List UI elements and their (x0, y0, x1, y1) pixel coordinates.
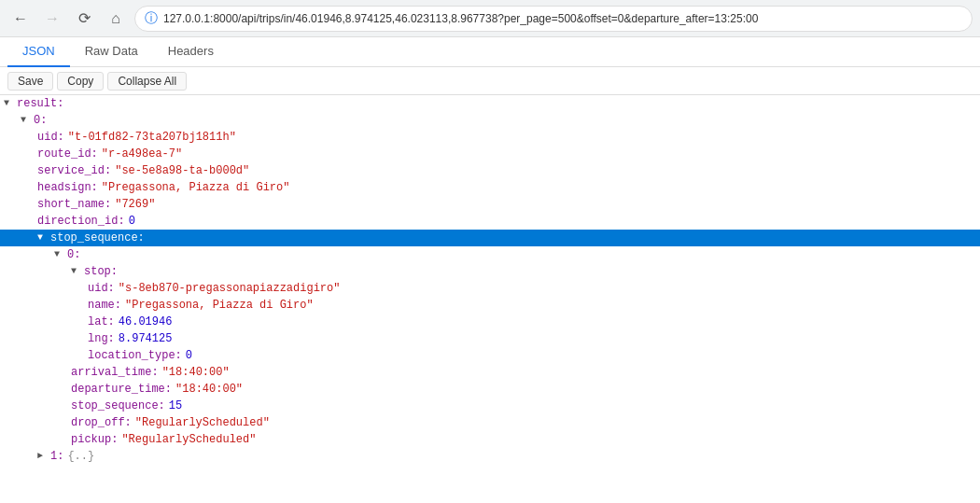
service-id-row: service_id: "se-5e8a98-ta-b000d" (0, 162, 980, 179)
stop-sequence-sub-key: stop_sequence: (71, 398, 165, 414)
home-button[interactable]: ⌂ (103, 6, 129, 32)
stop-sequence-sub-val: 15 (169, 398, 182, 414)
sub-index0-label: 0: (67, 246, 80, 263)
tab-headers[interactable]: Headers (153, 37, 229, 67)
json-toolbar: Save Copy Collapse All (0, 67, 980, 95)
departure-time-row: departure_time: "18:40:00" (0, 381, 980, 398)
tab-bar: JSON Raw Data Headers (0, 37, 980, 67)
stop-name-key: name: (88, 297, 121, 314)
stop-collapse-icon[interactable]: ▼ (71, 263, 84, 280)
stop-lng-key: lng: (88, 330, 115, 347)
departure-time-val: "18:40:00" (175, 381, 243, 398)
stop-sequence-sub-row: stop_sequence: 15 (0, 398, 980, 414)
short-name-row: short_name: "7269" (0, 196, 980, 213)
refresh-button[interactable]: ⟳ (71, 6, 97, 32)
stop-name-row: name: "Pregassona, Piazza di Giro" (0, 297, 980, 314)
route-id-key: route_id: (37, 146, 98, 162)
save-button[interactable]: Save (7, 72, 53, 91)
address-bar[interactable]: ⓘ 127.0.0.1:8000/api/trips/in/46.01946,8… (134, 6, 973, 32)
index0-collapse-icon[interactable]: ▼ (21, 112, 34, 129)
stop-row: ▼ stop: (0, 263, 980, 280)
collapse-all-button[interactable]: Collapse All (107, 72, 187, 91)
route-id-val: "r-a498ea-7" (102, 146, 182, 162)
headsign-val: "Pregassona, Piazza di Giro" (102, 179, 290, 196)
drop-off-val: "RegularlyScheduled" (135, 414, 270, 431)
stop-name-val: "Pregassona, Piazza di Giro" (125, 297, 314, 314)
arrival-time-val: "18:40:00" (162, 364, 230, 381)
direction-id-key: direction_id: (37, 213, 125, 230)
stop-lng-val: 8.974125 (119, 330, 173, 347)
back-button[interactable]: ← (7, 6, 34, 32)
result-row: ▼ result: (0, 95, 980, 112)
index1-row: ► 1: {..} (0, 448, 980, 465)
browser-toolbar: ← → ⟳ ⌂ ⓘ 127.0.0.1:8000/api/trips/in/46… (0, 0, 980, 37)
result-key: result: (17, 95, 63, 112)
stop-sequence-key: stop_sequence: (50, 230, 145, 246)
arrival-time-row: arrival_time: "18:40:00" (0, 364, 980, 381)
pickup-val: "RegularlyScheduled" (121, 431, 256, 448)
stop-key: stop: (84, 263, 118, 280)
stop-lng-row: lng: 8.974125 (0, 330, 980, 347)
uid-row: uid: "t-01fd82-73ta207bj1811h" (0, 129, 980, 146)
direction-id-row: direction_id: 0 (0, 213, 980, 230)
arrival-time-key: arrival_time: (71, 364, 159, 381)
info-icon: ⓘ (145, 10, 158, 27)
index0-row: ▼ 0: (0, 112, 980, 129)
index1-label: 1: (50, 448, 63, 465)
stop-uid-row: uid: "s-8eb870-pregassonapiazzadigiro" (0, 280, 980, 297)
service-id-key: service_id: (37, 162, 111, 179)
stop-sequence-collapse-icon[interactable]: ▼ (37, 230, 50, 246)
route-id-row: route_id: "r-a498ea-7" (0, 146, 980, 162)
stop-sequence-row: ▼ stop_sequence: (0, 230, 980, 246)
direction-id-val: 0 (129, 213, 135, 230)
uid-val: "t-01fd82-73ta207bj1811h" (68, 129, 236, 146)
forward-button[interactable]: → (39, 6, 65, 32)
stop-location-type-val: 0 (186, 347, 192, 364)
stop-location-type-row: location_type: 0 (0, 347, 980, 364)
drop-off-row: drop_off: "RegularlyScheduled" (0, 414, 980, 431)
stop-location-type-key: location_type: (88, 347, 182, 364)
result-collapse-icon[interactable]: ▼ (4, 95, 17, 112)
stop-uid-val: "s-8eb870-pregassonapiazzadigiro" (119, 280, 341, 297)
stop-lat-row: lat: 46.01946 (0, 314, 980, 330)
short-name-key: short_name: (37, 196, 111, 213)
service-id-val: "se-5e8a98-ta-b000d" (115, 162, 249, 179)
json-content: ▼ result: ▼ 0: uid: "t-01fd82-73ta207bj1… (0, 95, 980, 503)
index0-label: 0: (34, 112, 47, 129)
drop-off-key: drop_off: (71, 414, 132, 431)
stop-lat-val: 46.01946 (119, 314, 173, 330)
stop-lat-key: lat: (88, 314, 115, 330)
departure-time-key: departure_time: (71, 381, 172, 398)
url-text: 127.0.0.1:8000/api/trips/in/46.01946,8.9… (163, 12, 758, 25)
sub-index0-collapse-icon[interactable]: ▼ (54, 246, 67, 263)
copy-button[interactable]: Copy (57, 72, 104, 91)
index1-collapsed: {..} (67, 448, 94, 465)
sub-index0-row: ▼ 0: (0, 246, 980, 263)
stop-uid-key: uid: (88, 280, 115, 297)
headsign-row: headsign: "Pregassona, Piazza di Giro" (0, 179, 980, 196)
pickup-key: pickup: (71, 431, 118, 448)
tab-raw-data[interactable]: Raw Data (70, 37, 153, 67)
headsign-key: headsign: (37, 179, 98, 196)
short-name-val: "7269" (115, 196, 155, 213)
pickup-row: pickup: "RegularlyScheduled" (0, 431, 980, 448)
index1-collapse-icon[interactable]: ► (37, 448, 50, 465)
tab-json[interactable]: JSON (7, 37, 70, 67)
uid-key: uid: (37, 129, 64, 146)
